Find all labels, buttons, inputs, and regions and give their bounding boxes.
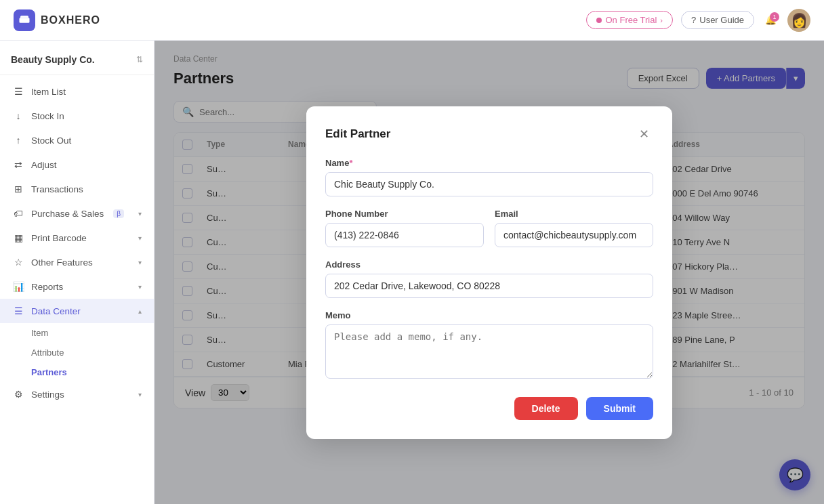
name-label: Name* xyxy=(325,158,653,168)
grid-icon: ⊞ xyxy=(12,183,24,195)
barcode-icon: ▦ xyxy=(12,232,24,244)
trial-button[interactable]: On Free Trial › xyxy=(586,11,673,29)
database-icon: ☰ xyxy=(12,305,24,317)
phone-input[interactable] xyxy=(325,223,484,247)
chart-icon: 📊 xyxy=(12,280,24,293)
topbar-right: On Free Trial › ? User Guide 🔔 1 👩 xyxy=(586,9,810,32)
notification-button[interactable]: 🔔 1 xyxy=(762,12,779,28)
sidebar-label-item-list: Item List xyxy=(31,87,66,97)
data-center-submenu: Item Attribute Partners xyxy=(0,323,154,382)
form-group-email: Email xyxy=(495,209,653,247)
sidebar-sub-attribute[interactable]: Attribute xyxy=(31,343,154,362)
other-features-chevron: ▾ xyxy=(138,259,142,266)
sidebar-sub-partners[interactable]: Partners xyxy=(31,362,154,382)
avatar-image: 👩 xyxy=(791,12,808,28)
memo-textarea[interactable] xyxy=(325,324,653,379)
phone-label: Phone Number xyxy=(325,209,484,219)
logo-hero: HERO xyxy=(66,14,100,26)
modal-title: Edit Partner xyxy=(325,127,390,141)
sidebar-label-reports: Reports xyxy=(31,282,63,292)
logo-box: BOX xyxy=(41,14,66,26)
main-content: Data Center Partners Export Excel + Add … xyxy=(154,41,824,504)
modal-close-button[interactable]: ✕ xyxy=(635,125,653,143)
beta-badge: β xyxy=(113,209,124,218)
delete-button[interactable]: Delete xyxy=(514,397,578,420)
address-input[interactable] xyxy=(325,274,653,298)
gear-icon: ⚙ xyxy=(12,388,24,400)
sidebar-item-stock-out[interactable]: ↑ Stock Out xyxy=(0,128,154,152)
trial-dot xyxy=(596,18,602,23)
upload-icon: ↑ xyxy=(12,134,24,146)
modal-footer: Delete Submit xyxy=(325,397,653,420)
sidebar-label-data-center: Data Center xyxy=(31,306,81,316)
form-group-address: Address xyxy=(325,259,653,298)
submit-button[interactable]: Submit xyxy=(586,397,653,420)
form-group-memo: Memo xyxy=(325,310,653,381)
modal-overlay: Edit Partner ✕ Name* Phone Number xyxy=(154,41,824,504)
required-marker: * xyxy=(349,158,352,168)
sidebar-sub-item[interactable]: Item xyxy=(31,323,154,343)
sidebar-label-purchase-sales: Purchase & Sales xyxy=(31,209,104,219)
company-name: Beauty Supply Co. xyxy=(11,54,95,65)
sidebar-label-other-features: Other Features xyxy=(31,257,93,268)
logo: BOXHERO xyxy=(14,9,100,31)
sidebar-item-settings[interactable]: ⚙ Settings ▾ xyxy=(0,382,154,406)
logo-icon xyxy=(14,9,35,31)
email-input[interactable] xyxy=(495,223,653,247)
sidebar-label-adjust: Adjust xyxy=(31,160,57,170)
user-avatar[interactable]: 👩 xyxy=(787,9,810,32)
form-group-name: Name* xyxy=(325,158,653,196)
address-label: Address xyxy=(325,259,653,270)
company-selector[interactable]: Beauty Supply Co. ⇅ xyxy=(0,47,154,75)
list-icon: ☰ xyxy=(12,85,24,98)
trial-arrow: › xyxy=(660,16,663,24)
sidebar-item-transactions[interactable]: ⊞ Transactions xyxy=(0,177,154,201)
sidebar-label-print-barcode: Print Barcode xyxy=(31,233,87,243)
edit-partner-modal: Edit Partner ✕ Name* Phone Number xyxy=(306,106,672,439)
sidebar: Beauty Supply Co. ⇅ ☰ Item List ↓ Stock … xyxy=(0,41,154,504)
user-guide-button[interactable]: ? User Guide xyxy=(681,11,754,29)
settings-chevron: ▾ xyxy=(138,391,142,398)
purchase-sales-chevron: ▾ xyxy=(138,210,142,217)
memo-label: Memo xyxy=(325,310,653,320)
star-icon: ☆ xyxy=(12,256,24,268)
company-expand-icon: ⇅ xyxy=(136,55,143,64)
data-center-chevron: ▴ xyxy=(138,308,142,315)
sidebar-item-item-list[interactable]: ☰ Item List xyxy=(0,79,154,104)
sidebar-item-other-features[interactable]: ☆ Other Features ▾ xyxy=(0,250,154,274)
sidebar-label-stock-out: Stock Out xyxy=(31,135,71,146)
sidebar-item-reports[interactable]: 📊 Reports ▾ xyxy=(0,274,154,299)
sliders-icon: ⇄ xyxy=(12,159,24,171)
sidebar-item-print-barcode[interactable]: ▦ Print Barcode ▾ xyxy=(0,226,154,250)
sidebar-item-data-center[interactable]: ☰ Data Center ▴ xyxy=(0,299,154,323)
tag-icon: 🏷 xyxy=(12,207,24,219)
print-barcode-chevron: ▾ xyxy=(138,234,142,242)
name-input[interactable] xyxy=(325,172,653,196)
sidebar-item-purchase-sales[interactable]: 🏷 Purchase & Sales β ▾ xyxy=(0,201,154,226)
guide-icon: ? xyxy=(691,15,696,25)
download-icon: ↓ xyxy=(12,110,24,122)
form-group-phone: Phone Number xyxy=(325,209,484,247)
sidebar-label-transactions: Transactions xyxy=(31,184,83,194)
email-label: Email xyxy=(495,209,653,219)
sidebar-item-adjust[interactable]: ⇄ Adjust xyxy=(0,152,154,177)
sidebar-item-stock-in[interactable]: ↓ Stock In xyxy=(0,104,154,128)
reports-chevron: ▾ xyxy=(138,283,142,291)
notification-badge: 1 xyxy=(770,12,779,22)
phone-email-row: Phone Number Email xyxy=(325,209,653,259)
sidebar-label-stock-in: Stock In xyxy=(31,111,64,121)
modal-header: Edit Partner ✕ xyxy=(325,125,653,143)
sidebar-label-settings: Settings xyxy=(31,390,64,400)
